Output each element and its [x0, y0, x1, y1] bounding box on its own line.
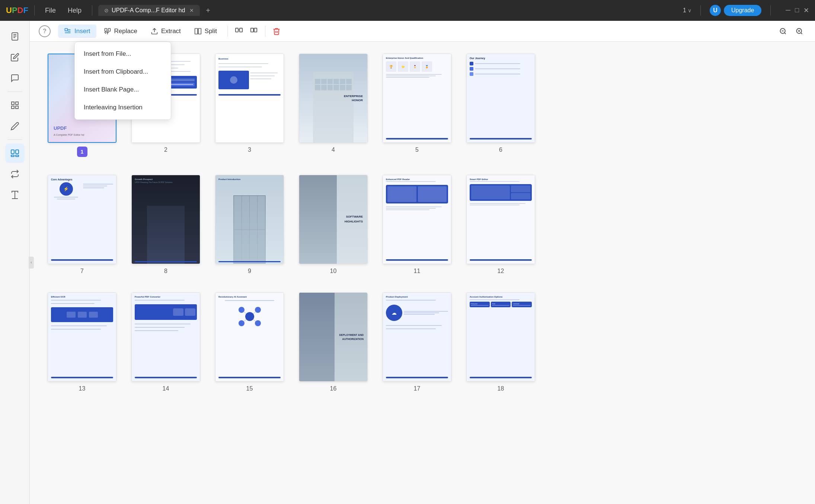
sidebar-divider-1: [7, 92, 22, 92]
page-number-14: 14: [163, 385, 169, 392]
page-item-5[interactable]: Enterprise Honor And Qualification 🏆 ⭐ 🎖…: [383, 54, 451, 153]
svg-rect-11: [16, 155, 19, 157]
page-thumb-10: SOFTWAREHIGHLIGHTS: [299, 175, 368, 264]
sidebar: ‹: [0, 21, 30, 504]
split-button[interactable]: Split: [188, 25, 223, 38]
page-number-15: 15: [246, 385, 253, 392]
logo-d: D: [17, 6, 23, 15]
page-thumb-11: Enhanced PDF Reader: [383, 175, 451, 264]
svg-rect-14: [65, 28, 68, 31]
page-item-10[interactable]: SOFTWAREHIGHLIGHTS 10: [299, 175, 368, 275]
page-item-16[interactable]: DEPLOYMENT ANDAUTHORIZATION 16: [299, 292, 368, 392]
page-item-6[interactable]: Our Journey: [466, 54, 535, 153]
insert-from-clipboard[interactable]: Insert from Clipboard...: [75, 63, 171, 81]
page-row-3: Efficient OCR: [48, 292, 797, 392]
sidebar-item-sign[interactable]: [5, 116, 25, 136]
page-item-18[interactable]: Account Authorization Options Enterprise…: [466, 292, 535, 392]
svg-rect-7: [16, 106, 18, 109]
toolbar-right: [776, 25, 806, 38]
page-thumb-17: Product Deployment ☁: [383, 292, 451, 382]
menu-file[interactable]: File: [41, 5, 60, 16]
svg-line-32: [784, 32, 786, 34]
new-tab-btn[interactable]: +: [206, 6, 210, 15]
divider-2: [92, 5, 92, 16]
menu-help[interactable]: Help: [63, 5, 86, 16]
sidebar-collapse-btn[interactable]: ‹: [29, 257, 34, 269]
sidebar-item-edit[interactable]: [5, 48, 25, 67]
page-item-4[interactable]: ENTERPRISEHONOR 4: [299, 54, 368, 153]
insert-label: Insert: [74, 28, 90, 35]
upgrade-button[interactable]: Upgrade: [724, 5, 761, 16]
logo-p: P: [12, 6, 17, 15]
help-button[interactable]: ?: [39, 25, 51, 37]
page-thumb-3: Business: [215, 54, 284, 143]
app-body: ‹ ? Insert Insert from File... Insert fr…: [0, 21, 815, 504]
close-btn[interactable]: ✕: [803, 6, 809, 15]
sidebar-item-reader[interactable]: [5, 27, 25, 46]
page-item-15[interactable]: Revolutionary AI Assistant: [215, 292, 284, 392]
toolbar: ? Insert Insert from File... Insert from…: [30, 21, 815, 42]
toolbar-divider-2: [265, 26, 265, 37]
insert-from-file[interactable]: Insert from File...: [75, 45, 171, 63]
toolbar-divider-1: [227, 26, 228, 37]
page-number-6: 6: [499, 147, 502, 153]
zoom-out-button[interactable]: [776, 25, 790, 38]
sidebar-item-organize[interactable]: [5, 96, 25, 115]
page-number-1: 1: [77, 147, 87, 157]
divider-4: [770, 5, 771, 16]
active-tab[interactable]: ⊘ UPDF-A Comp...F Editor hd ✕: [98, 5, 200, 16]
extract-button[interactable]: Extract: [145, 25, 187, 38]
updf-logo: U P D F: [6, 6, 28, 15]
page-number-4: 4: [332, 147, 335, 153]
expand-button[interactable]: [247, 25, 261, 38]
page-number-11: 11: [414, 268, 421, 275]
user-avatar[interactable]: U: [710, 5, 721, 16]
svg-rect-19: [108, 28, 110, 31]
page-number-9: 9: [248, 268, 251, 275]
delete-button[interactable]: [270, 25, 283, 38]
interleaving-insertion[interactable]: Interleaving Insertion: [75, 99, 171, 116]
page-number-16: 16: [330, 385, 337, 392]
page-item-17[interactable]: Product Deployment ☁: [383, 292, 451, 392]
insert-dropdown: Insert from File... Insert from Clipboar…: [74, 42, 171, 120]
minimize-btn[interactable]: ─: [786, 6, 790, 15]
page-thumb-6: Our Journey: [466, 54, 535, 143]
sidebar-item-tools[interactable]: [5, 185, 25, 205]
page-number-18: 18: [498, 385, 504, 392]
main-content: ? Insert Insert from File... Insert from…: [30, 21, 815, 504]
sidebar-item-convert[interactable]: [5, 164, 25, 184]
page-item-11[interactable]: Enhanced PDF Reader 11: [383, 175, 451, 275]
page-thumb-16: DEPLOYMENT ANDAUTHORIZATION: [299, 292, 368, 382]
insert-button[interactable]: Insert: [58, 25, 96, 38]
page-number-5: 5: [415, 147, 419, 153]
svg-rect-8: [11, 150, 14, 154]
page-item-9[interactable]: Product Introduction: [215, 175, 284, 275]
page-counter[interactable]: 1 ∨: [683, 7, 691, 14]
page-item-12[interactable]: Smart PDF Editor: [466, 175, 535, 275]
tab-label: UPDF-A Comp...F Editor hd: [112, 7, 185, 14]
svg-rect-23: [198, 28, 201, 34]
page-item-3[interactable]: Business: [215, 54, 284, 153]
page-item-7[interactable]: Core Advantages ⚡: [48, 175, 116, 275]
divider-1: [34, 5, 35, 16]
page-item-13[interactable]: Efficient OCR: [48, 292, 116, 392]
page-row-2: Core Advantages ⚡: [48, 175, 797, 275]
page-number-7: 7: [80, 268, 84, 275]
sidebar-item-comment[interactable]: [5, 68, 25, 88]
page-number-2: 2: [164, 147, 167, 153]
insert-blank-page[interactable]: Insert Blank Page...: [75, 81, 171, 99]
page-thumb-12: Smart PDF Editor: [466, 175, 535, 264]
tab-close-btn[interactable]: ✕: [189, 7, 194, 13]
page-thumb-15: Revolutionary AI Assistant: [215, 292, 284, 382]
svg-rect-9: [16, 150, 19, 154]
compress-button[interactable]: [232, 25, 246, 38]
maximize-btn[interactable]: □: [795, 6, 799, 15]
zoom-in-button[interactable]: [793, 25, 806, 38]
replace-button[interactable]: Replace: [98, 25, 143, 38]
sidebar-item-pages[interactable]: [5, 144, 25, 163]
svg-rect-26: [240, 28, 242, 32]
page-item-8[interactable]: Growth Prospect UPDF Powering The Future…: [131, 175, 200, 275]
svg-rect-28: [251, 28, 253, 32]
page-item-14[interactable]: Powerful PDF Converter 14: [131, 292, 200, 392]
upgrade-section: U Upgrade: [710, 5, 761, 16]
